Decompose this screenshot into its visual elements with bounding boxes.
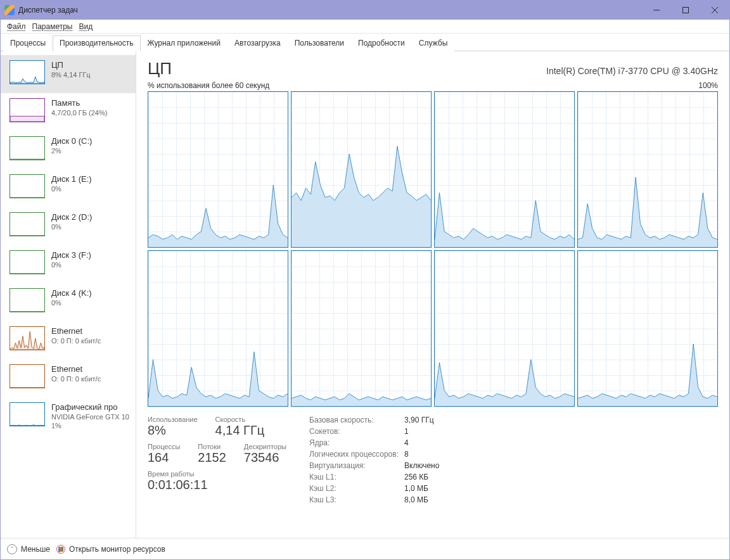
sidebar-item-name: Диск 3 (F:) [51, 250, 91, 260]
sidebar-item-sub: 0% [51, 223, 92, 231]
sidebar-thumb [10, 364, 45, 388]
titlebar: Диспетчер задач [1, 1, 729, 20]
cpu-info-table: Базовая скорость:3,90 ГГцСокетов:1Ядра:4… [309, 416, 439, 504]
stat-value: 8% [148, 423, 198, 438]
cpu-core-chart-0[interactable] [148, 91, 288, 248]
footer: ˄ Меньше Открыть монитор ресурсов [1, 538, 729, 559]
info-value: 256 КБ [404, 473, 439, 481]
cpu-core-chart-7[interactable] [577, 250, 718, 407]
stat-value: 73546 [244, 450, 286, 465]
axis-label-left: % использования более 60 секунд [148, 81, 269, 90]
sidebar-item-sub: 0% [51, 185, 92, 193]
tab-2[interactable]: Журнал приложений [141, 35, 227, 51]
stat-label: Скорость [215, 416, 265, 423]
info-value: 3,90 ГГц [404, 416, 439, 424]
cpu-core-chart-6[interactable] [434, 250, 575, 407]
sidebar-thumb [10, 212, 45, 236]
axis-label-right: 100% [698, 81, 718, 90]
stat-label: Использование [148, 416, 198, 423]
stat-value: 164 [148, 450, 180, 465]
page-title: ЦП [148, 59, 172, 79]
sidebar-item-4[interactable]: Диск 2 (D:)0% [1, 207, 136, 245]
sidebar-item-sub: 8% 4,14 ГГц [51, 71, 91, 79]
tab-0[interactable]: Процессы [3, 35, 53, 51]
tabbar: ПроцессыПроизводительностьЖурнал приложе… [1, 34, 729, 51]
tab-6[interactable]: Службы [412, 35, 454, 51]
tab-5[interactable]: Подробности [351, 35, 412, 51]
menu-view[interactable]: Вид [76, 22, 95, 32]
sidebar-item-sub2: 1% [51, 422, 129, 430]
app-icon [4, 5, 15, 15]
sidebar-thumb [10, 98, 45, 122]
stat-label: Дескрипторы [244, 443, 286, 450]
tab-1[interactable]: Производительность [53, 35, 140, 51]
info-value: 8 [404, 450, 439, 459]
sidebar-item-name: Память [51, 98, 107, 108]
sidebar-item-1[interactable]: Память4,7/20,0 ГБ (24%) [1, 93, 136, 131]
sidebar-item-2[interactable]: Диск 0 (C:)2% [1, 131, 136, 169]
sidebar-item-name: Диск 4 (K:) [51, 288, 92, 298]
menu-file[interactable]: Файл [4, 22, 29, 32]
fewer-details-button[interactable]: ˄ Меньше [7, 544, 50, 554]
sidebar: ЦП8% 4,14 ГГцПамять4,7/20,0 ГБ (24%)Диск… [1, 51, 136, 538]
sidebar-thumb [10, 288, 45, 312]
sidebar-item-9[interactable]: Графический проNVIDIA GeForce GTX 101% [1, 397, 136, 435]
cpu-core-chart-2[interactable] [434, 91, 575, 248]
sidebar-item-8[interactable]: EthernetО: 0 П: 0 кбит/с [1, 359, 136, 397]
cpu-core-chart-5[interactable] [291, 250, 432, 407]
menu-options[interactable]: Параметры [30, 22, 75, 32]
sidebar-item-name: Ethernet [51, 326, 101, 336]
cpu-core-chart-4[interactable] [148, 250, 288, 407]
main-panel: ЦП Intel(R) Core(TM) i7-3770 CPU @ 3.40G… [136, 51, 729, 538]
svg-rect-0 [683, 8, 689, 13]
chevron-up-icon: ˄ [7, 544, 17, 554]
sidebar-item-sub: 2% [51, 147, 92, 155]
sidebar-item-name: Диск 0 (C:) [51, 136, 92, 146]
sidebar-item-3[interactable]: Диск 1 (E:)0% [1, 169, 136, 207]
close-button[interactable] [700, 1, 729, 20]
info-value: 8,0 МБ [404, 495, 439, 504]
info-value: 1,0 МБ [404, 484, 439, 493]
sidebar-item-sub: 0% [51, 261, 91, 269]
sidebar-item-0[interactable]: ЦП8% 4,14 ГГц [1, 55, 136, 93]
window-title: Диспетчер задач [18, 6, 642, 15]
sidebar-item-sub: О: 0 П: 0 кбит/с [51, 375, 101, 383]
sidebar-item-6[interactable]: Диск 4 (K:)0% [1, 283, 136, 321]
maximize-button[interactable] [671, 1, 700, 20]
open-resource-monitor-link[interactable]: Открыть монитор ресурсов [56, 545, 165, 554]
info-key: Сокетов: [309, 427, 404, 436]
resource-monitor-icon [56, 545, 65, 554]
sidebar-item-sub: NVIDIA GeForce GTX 10 [51, 413, 129, 421]
stat-label: Потоки [198, 443, 226, 450]
cpu-core-chart-1[interactable] [291, 91, 432, 248]
stat-value: 0:01:06:11 [148, 478, 286, 492]
sidebar-item-sub: 4,7/20,0 ГБ (24%) [51, 109, 107, 117]
sidebar-item-7[interactable]: EthernetО: 0 П: 0 кбит/с [1, 321, 136, 359]
info-value: Включено [404, 461, 439, 470]
minimize-button[interactable] [642, 1, 671, 20]
info-value: 1 [404, 427, 439, 436]
sidebar-item-name: Графический про [51, 402, 129, 412]
info-key: Кэш L1: [309, 473, 404, 481]
sidebar-item-sub: О: 0 П: 0 кбит/с [51, 337, 101, 345]
stat-value: 2152 [198, 450, 226, 465]
sidebar-item-name: ЦП [51, 60, 91, 70]
info-key: Кэш L2: [309, 484, 404, 493]
stat-label: Время работы [148, 470, 286, 478]
stat-label: Процессы [148, 443, 180, 450]
cpu-model: Intel(R) Core(TM) i7-3770 CPU @ 3.40GHz [546, 66, 718, 76]
sidebar-item-5[interactable]: Диск 3 (F:)0% [1, 245, 136, 283]
sidebar-item-name: Ethernet [51, 364, 101, 374]
sidebar-thumb [10, 136, 45, 160]
sidebar-item-name: Диск 2 (D:) [51, 212, 92, 222]
cpu-core-grid[interactable] [148, 91, 718, 407]
tab-3[interactable]: Автозагрузка [227, 35, 288, 51]
sidebar-thumb [10, 60, 45, 84]
sidebar-item-name: Диск 1 (E:) [51, 174, 92, 184]
info-key: Базовая скорость: [309, 416, 404, 424]
sidebar-thumb [10, 250, 45, 274]
tab-4[interactable]: Пользователи [288, 35, 351, 51]
info-key: Кэш L3: [309, 495, 404, 504]
cpu-core-chart-3[interactable] [577, 91, 718, 248]
info-value: 4 [404, 438, 439, 447]
